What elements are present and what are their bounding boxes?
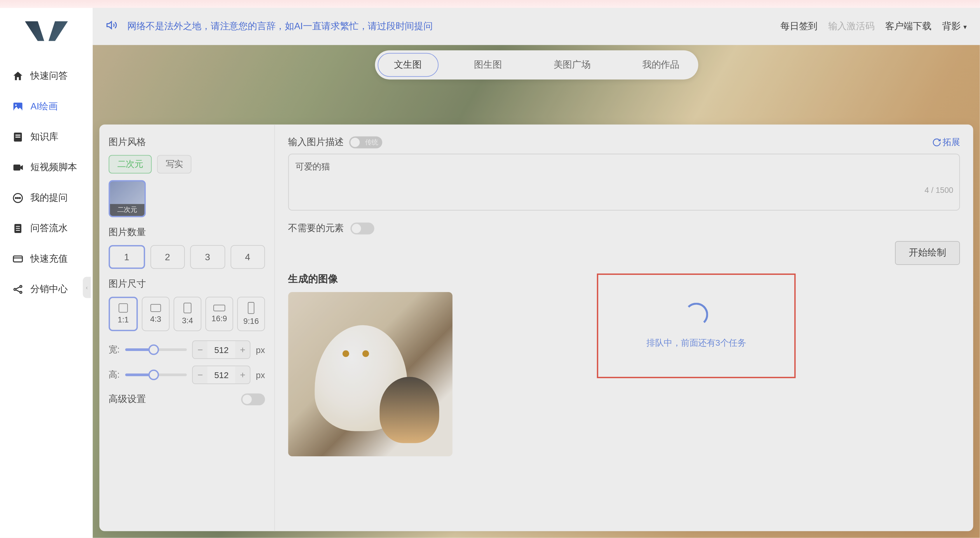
checkin-link[interactable]: 每日签到 bbox=[780, 21, 818, 32]
nav-distribution[interactable]: 分销中心 bbox=[0, 274, 93, 305]
svg-point-1 bbox=[15, 105, 17, 106]
expand-link[interactable]: 拓展 bbox=[932, 136, 960, 149]
tab-my-works[interactable]: 我的作品 bbox=[626, 54, 695, 76]
style-chip-realistic[interactable]: 写实 bbox=[157, 155, 191, 174]
nav-label: 分销中心 bbox=[30, 284, 67, 295]
count-option-2[interactable]: 2 bbox=[150, 245, 185, 269]
negative-label: 不需要的元素 bbox=[288, 222, 344, 235]
image-icon bbox=[12, 101, 24, 113]
browser-tab-strip bbox=[0, 0, 980, 8]
svg-rect-3 bbox=[16, 135, 21, 135]
height-decrement[interactable]: − bbox=[193, 366, 207, 383]
share-icon bbox=[12, 284, 24, 295]
width-slider[interactable] bbox=[125, 348, 187, 351]
sidebar-collapse-handle[interactable]: ‹ bbox=[83, 277, 91, 298]
ratio-9-16[interactable]: 9:16 bbox=[237, 297, 265, 331]
width-label: 宽: bbox=[108, 344, 120, 355]
loading-spinner-icon bbox=[684, 303, 708, 327]
svg-point-18 bbox=[20, 292, 22, 294]
mode-tabs: 文生图 图生图 美图广场 我的作品 bbox=[375, 51, 698, 79]
queue-text: 排队中，前面还有3个任务 bbox=[646, 337, 746, 349]
nav-label: 知识库 bbox=[30, 131, 58, 143]
svg-rect-12 bbox=[16, 228, 20, 229]
download-link[interactable]: 客户端下载 bbox=[885, 21, 932, 32]
generate-button[interactable]: 开始绘制 bbox=[895, 241, 960, 265]
prompt-label: 输入图片描述 bbox=[288, 136, 344, 149]
nav-knowledge[interactable]: 知识库 bbox=[0, 122, 93, 152]
main-content: 网络不是法外之地，请注意您的言辞，如AI一直请求繁忙，请过段时间提问 每日签到 … bbox=[93, 8, 980, 538]
nav-ai-paint[interactable]: AI绘画 bbox=[0, 91, 93, 122]
height-label: 高: bbox=[108, 369, 120, 381]
svg-rect-4 bbox=[16, 136, 21, 137]
app-logo bbox=[25, 21, 68, 41]
svg-line-19 bbox=[16, 287, 20, 289]
nav-label: 问答流水 bbox=[30, 222, 67, 235]
advanced-toggle[interactable] bbox=[241, 393, 265, 405]
mode-badge-toggle[interactable]: 传统 bbox=[349, 136, 382, 149]
tab-gallery[interactable]: 美图广场 bbox=[538, 54, 606, 76]
nav-label: 快速问答 bbox=[30, 70, 67, 82]
theme-dropdown[interactable]: 背影 bbox=[942, 21, 967, 32]
ratio-1-1[interactable]: 1:1 bbox=[108, 297, 138, 331]
nav-label: 快速充值 bbox=[30, 253, 67, 265]
nav-quick-qa[interactable]: 快速问答 bbox=[0, 61, 93, 91]
nav-label: 短视频脚本 bbox=[30, 162, 77, 174]
width-value[interactable]: 512 bbox=[207, 345, 235, 355]
width-unit: px bbox=[256, 345, 265, 355]
style-thumbnail[interactable] bbox=[108, 180, 146, 217]
ratio-4-3[interactable]: 4:3 bbox=[142, 297, 170, 331]
video-icon bbox=[12, 162, 24, 174]
generated-image-1[interactable] bbox=[288, 292, 452, 456]
sidebar: 快速问答 AI绘画 知识库 短视频脚本 我的提问 问答流水 bbox=[0, 8, 93, 538]
nav-label: 我的提问 bbox=[30, 192, 67, 204]
svg-point-16 bbox=[14, 289, 16, 290]
background-area: 图片风格 二次元 写实 图片数量 1 2 3 4 bbox=[93, 45, 980, 538]
svg-point-7 bbox=[16, 197, 16, 198]
nav-video-script[interactable]: 短视频脚本 bbox=[0, 152, 93, 183]
notice-text: 网络不是法外之地，请注意您的言辞，如AI一直请求繁忙，请过段时间提问 bbox=[127, 21, 433, 32]
svg-rect-14 bbox=[13, 256, 22, 262]
prompt-panel: 输入图片描述 传统 拓展 4 / 1500 不需要的元素 bbox=[274, 125, 973, 531]
nav-qa-flow[interactable]: 问答流水 bbox=[0, 213, 93, 244]
svg-point-8 bbox=[18, 197, 18, 198]
activate-link[interactable]: 输入激活码 bbox=[828, 21, 875, 32]
card-icon bbox=[12, 253, 24, 265]
style-label: 图片风格 bbox=[108, 136, 265, 149]
style-chip-anime[interactable]: 二次元 bbox=[108, 155, 152, 174]
generation-panel: 图片风格 二次元 写实 图片数量 1 2 3 4 bbox=[100, 125, 973, 531]
svg-line-20 bbox=[16, 290, 20, 292]
char-count: 4 / 1500 bbox=[924, 186, 953, 195]
negative-toggle[interactable] bbox=[350, 222, 374, 235]
refresh-icon bbox=[932, 138, 942, 147]
advanced-label: 高级设置 bbox=[108, 393, 146, 405]
size-label: 图片尺寸 bbox=[108, 278, 265, 290]
speaker-icon bbox=[106, 19, 118, 34]
ratio-16-9[interactable]: 16:9 bbox=[205, 297, 233, 331]
nav-recharge[interactable]: 快速充值 bbox=[0, 244, 93, 274]
list-icon bbox=[12, 222, 24, 235]
count-label: 图片数量 bbox=[108, 226, 265, 238]
ratio-3-4[interactable]: 3:4 bbox=[173, 297, 201, 331]
count-option-3[interactable]: 3 bbox=[190, 245, 225, 269]
svg-rect-13 bbox=[16, 230, 20, 231]
width-increment[interactable]: + bbox=[235, 341, 250, 358]
prompt-input[interactable] bbox=[288, 154, 960, 211]
header-bar: 网络不是法外之地，请注意您的言辞，如AI一直请求繁忙，请过段时间提问 每日签到 … bbox=[93, 8, 980, 45]
svg-point-9 bbox=[19, 197, 20, 198]
height-increment[interactable]: + bbox=[235, 366, 250, 383]
height-unit: px bbox=[256, 370, 265, 380]
height-value[interactable]: 512 bbox=[207, 370, 235, 380]
tab-img2img[interactable]: 图生图 bbox=[458, 54, 518, 76]
height-slider[interactable] bbox=[125, 373, 187, 376]
svg-rect-5 bbox=[13, 165, 21, 170]
nav-label: AI绘画 bbox=[30, 101, 58, 113]
width-decrement[interactable]: − bbox=[193, 341, 207, 358]
queue-status-overlay: 排队中，前面还有3个任务 bbox=[597, 274, 795, 378]
count-option-4[interactable]: 4 bbox=[230, 245, 265, 269]
svg-rect-11 bbox=[16, 226, 20, 227]
home-icon bbox=[12, 70, 24, 82]
chat-icon bbox=[12, 192, 24, 204]
tab-text2img[interactable]: 文生图 bbox=[377, 53, 438, 77]
count-option-1[interactable]: 1 bbox=[108, 245, 145, 269]
nav-my-questions[interactable]: 我的提问 bbox=[0, 183, 93, 213]
